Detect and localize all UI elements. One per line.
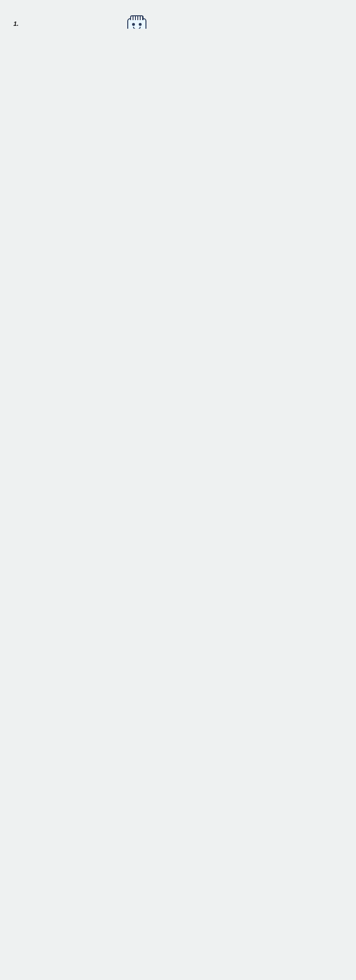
mascot-robot xyxy=(124,18,149,29)
annotation-1: 1. Accessible by search engines xyxy=(13,20,85,29)
